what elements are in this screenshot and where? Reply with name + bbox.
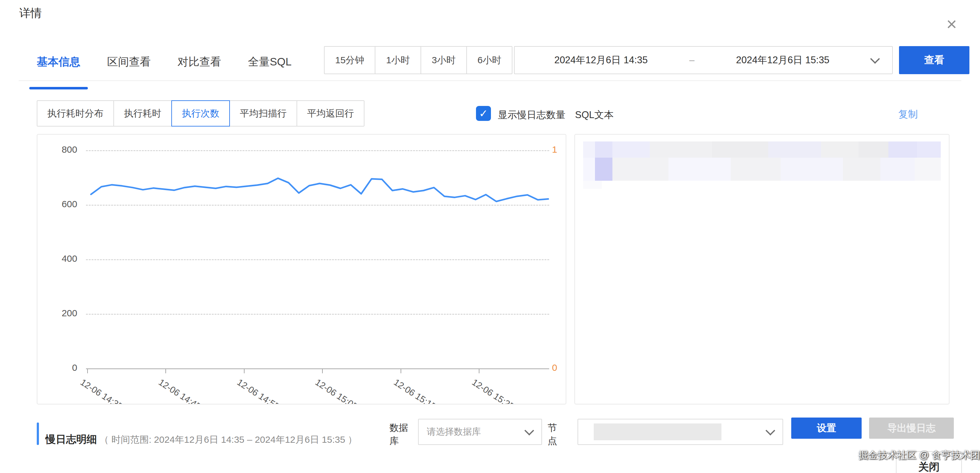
metric-avg-return-rows-button[interactable]: 平均返回行 [297, 100, 364, 126]
node-select[interactable] [578, 419, 783, 445]
slow-log-time-note: （ 时间范围: 2024年12月6日 14:35 – 2024年12月6日 15… [99, 434, 357, 444]
redacted-sql-text-row [583, 142, 941, 158]
chart-line-series [91, 178, 548, 201]
date-range-start[interactable]: 2024年12月6日 14:35 [515, 54, 687, 67]
watermark: 掘金技术社区 @ 食亨技术团队 [859, 449, 980, 462]
metric-button-group: 执行耗时分布 执行耗时 执行次数 平均扫描行 平均返回行 [37, 100, 364, 126]
time-range-6h-button[interactable]: 6小时 [466, 46, 513, 74]
export-slow-log-button[interactable]: 导出慢日志 [869, 417, 954, 439]
chevron-down-icon[interactable] [524, 426, 534, 435]
time-range-button-group: 15分钟 1小时 3小时 6小时 [324, 46, 512, 74]
show-slow-log-count-checkbox[interactable]: ✓ [476, 106, 491, 121]
date-range-picker[interactable]: 2024年12月6日 14:35 – 2024年12月6日 15:35 [514, 46, 893, 74]
settings-button[interactable]: 设置 [791, 417, 862, 439]
view-button[interactable]: 查看 [899, 46, 969, 74]
node-label: 节点 [547, 421, 559, 448]
exec-count-line-chart [37, 135, 566, 405]
time-range-1h-button[interactable]: 1小时 [375, 46, 421, 74]
metric-exec-time-dist-button[interactable]: 执行耗时分布 [37, 100, 114, 126]
slow-log-section-title: 慢日志明细 （ 时间范围: 2024年12月6日 14:35 – 2024年12… [46, 424, 363, 455]
metric-exec-count-button[interactable]: 执行次数 [171, 100, 230, 126]
sql-text-panel [574, 134, 950, 405]
redacted-node-value [594, 424, 721, 440]
section-accent-bar [37, 422, 39, 445]
slow-log-title-text: 慢日志明细 [46, 433, 97, 445]
database-label: 数据库 [390, 421, 410, 448]
metric-avg-scan-rows-button[interactable]: 平均扫描行 [229, 100, 297, 126]
time-range-15min-button[interactable]: 15分钟 [324, 46, 375, 74]
tab-bar-divider [19, 80, 961, 81]
redacted-fragment [583, 181, 602, 189]
database-select-placeholder: 请选择数据库 [418, 426, 523, 438]
chevron-down-icon[interactable] [870, 54, 880, 64]
chart-panel: 02004006008000112-06 14:3512-06 14:4512-… [37, 134, 566, 405]
database-select[interactable]: 请选择数据库 [418, 419, 542, 445]
date-range-separator: – [687, 55, 697, 65]
date-range-end[interactable]: 2024年12月6日 15:35 [696, 54, 869, 67]
time-range-3h-button[interactable]: 3小时 [420, 46, 467, 74]
metric-exec-time-button[interactable]: 执行耗时 [113, 100, 172, 126]
page-title: 详情 [19, 6, 42, 21]
copy-link[interactable]: 复制 [898, 108, 918, 121]
sql-text-label: SQL文本 [575, 108, 614, 121]
show-slow-log-count-label[interactable]: 显示慢日志数量 [498, 108, 565, 121]
redacted-sql-text-row [583, 158, 941, 181]
slow-log-detail-dialog: 详情 × 基本信息 区间查看 对比查看 全量SQL 15分钟 1小时 3小时 6… [0, 0, 980, 473]
tab-bar: 基本信息 区间查看 对比查看 全量SQL [37, 47, 291, 76]
chevron-down-icon[interactable] [765, 426, 775, 435]
tab-compare-view[interactable]: 对比查看 [178, 54, 221, 69]
tab-basic-info[interactable]: 基本信息 [37, 54, 80, 69]
tab-interval-view[interactable]: 区间查看 [107, 54, 151, 69]
tab-full-sql[interactable]: 全量SQL [248, 54, 291, 69]
close-icon[interactable]: × [947, 15, 957, 33]
